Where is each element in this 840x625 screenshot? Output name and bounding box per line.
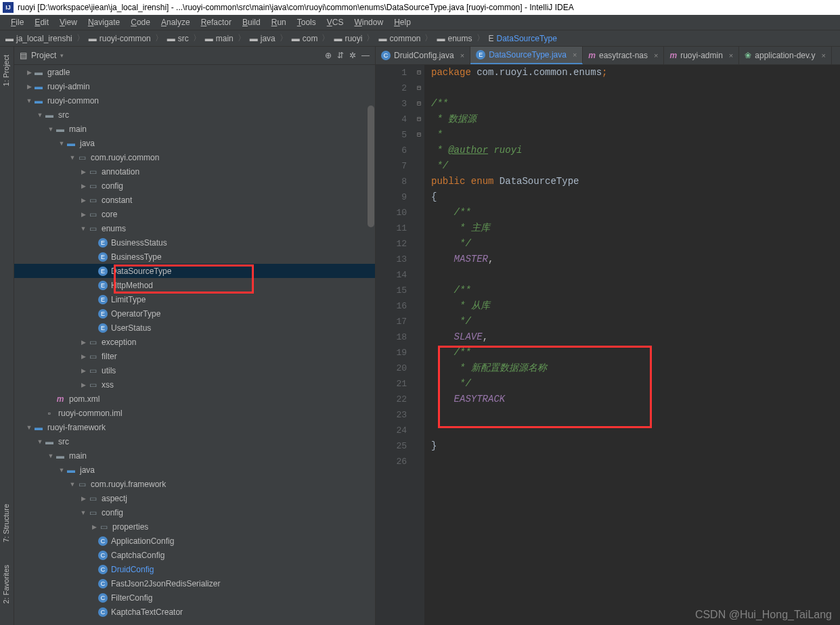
expand-arrow-icon[interactable]: ▶ [79,339,87,346]
expand-arrow-icon[interactable]: ▶ [90,524,98,530]
expand-arrow-icon[interactable]: ▶ [25,69,33,76]
breadcrumb-src[interactable]: ▬src [167,34,189,43]
tree-item-pom-xml[interactable]: mpom.xml [14,392,375,406]
tree-item-datasourcetype[interactable]: EDataSourceType [14,264,375,278]
tree-item-applicationconfig[interactable]: CApplicationConfig [14,534,375,548]
code-line-22[interactable]: EASYTRACK [431,392,840,407]
side-tab-favorites[interactable]: 2: Favorites [2,565,10,603]
close-tab-icon[interactable]: × [460,51,464,60]
project-title[interactable]: Project [31,51,56,60]
menu-view[interactable]: View [54,18,83,27]
tree-item-limittype[interactable]: ELimitType [14,292,375,306]
tree-item-userstatus[interactable]: EUserStatus [14,321,375,335]
breadcrumb-ruoyi[interactable]: ▬ruoyi [334,34,362,43]
dropdown-arrow-icon[interactable]: ▾ [60,52,64,59]
tree-item-filterconfig[interactable]: CFilterConfig [14,591,375,605]
tree-item-ruoyi-common[interactable]: ▼▬ruoyi-common [14,93,375,108]
code-line-10[interactable]: /** [431,205,840,221]
fold-marker[interactable]: ⊟ [414,65,424,80]
editor-tab-easytract-nas[interactable]: measytract-nas× [583,47,664,64]
code-line-14[interactable] [431,267,840,283]
expand-arrow-icon[interactable]: ▶ [79,381,87,388]
code-line-11[interactable]: * 主库 [431,221,840,236]
tree-item-aspectj[interactable]: ▶▭aspectj [14,491,375,505]
breadcrumb-java[interactable]: ▬java [250,34,275,43]
code-line-1[interactable]: package com.ruoyi.common.enums; [431,65,840,80]
code-line-23[interactable] [431,407,840,423]
tree-item-config[interactable]: ▼▭config [14,505,375,519]
expand-arrow-icon[interactable]: ▼ [58,467,66,473]
close-tab-icon[interactable]: × [573,51,577,59]
hide-icon[interactable]: — [361,51,370,60]
expand-arrow-icon[interactable]: ▼ [25,424,33,431]
breadcrumb-common[interactable]: ▬common [378,34,420,43]
breadcrumb-main[interactable]: ▬main [205,34,234,43]
tree-item-operatortype[interactable]: EOperatorType [14,306,375,321]
editor-body[interactable]: 1234567891011121314151617181920212223242… [376,65,840,625]
tree-item-annotation[interactable]: ▶▭annotation [14,164,375,179]
code-line-20[interactable]: * 新配置数据源名称 [431,361,840,376]
code-line-3[interactable]: /** [431,96,840,112]
side-tab-structure[interactable]: 7: Structure [2,504,10,542]
tree-item-xss[interactable]: ▶▭xss [14,377,375,392]
tree-item-exception[interactable]: ▶▭exception [14,335,375,349]
code-line-4[interactable]: * 数据源 [431,112,840,127]
close-tab-icon[interactable]: × [729,51,733,60]
tree-item-kaptchatextcreator[interactable]: CKaptchaTextCreator [14,605,375,619]
tree-item-ruoyi-admin[interactable]: ▶▬ruoyi-admin [14,79,375,93]
menu-help[interactable]: Help [389,18,416,27]
expand-arrow-icon[interactable]: ▶ [79,353,87,360]
code-line-15[interactable]: /** [431,283,840,298]
code-content[interactable]: package com.ruoyi.common.enums;/** * 数据源… [424,65,840,625]
menu-edit[interactable]: Edit [29,18,54,27]
tree-item-businessstatus[interactable]: EBusinessStatus [14,235,375,250]
expand-arrow-icon[interactable]: ▶ [79,211,87,218]
expand-arrow-icon[interactable]: ▼ [68,154,76,161]
code-line-19[interactable]: /** [431,345,840,361]
tree-item-src[interactable]: ▼▬src [14,434,375,448]
tree-item-captchaconfig[interactable]: CCaptchaConfig [14,548,375,562]
menu-refactor[interactable]: Refactor [196,18,237,27]
fold-column[interactable]: ⊟⊟⊟⊟⊟ [414,65,424,625]
locate-icon[interactable]: ⊕ [325,51,332,60]
collapse-all-icon[interactable]: ⇵ [337,51,344,60]
tree-item-constant[interactable]: ▶▭constant [14,193,375,207]
tree-item-filter[interactable]: ▶▭filter [14,349,375,363]
fold-marker[interactable]: ⊟ [414,96,424,112]
project-tree[interactable]: ▶▬gradle▶▬ruoyi-admin▼▬ruoyi-common▼▬src… [14,65,375,625]
code-line-12[interactable]: */ [431,236,840,252]
code-line-7[interactable]: */ [431,158,840,174]
tree-item-fastjson2jsonredisserializer[interactable]: CFastJson2JsonRedisSerializer [14,576,375,591]
expand-arrow-icon[interactable]: ▶ [25,83,33,90]
breadcrumb-enums[interactable]: ▬enums [437,34,472,43]
editor-tab-datasourcetype-java[interactable]: EDataSourceType.java× [470,47,583,64]
code-line-21[interactable]: */ [431,376,840,392]
breadcrumb-ruoyi-common[interactable]: ▬ruoyi-common [89,34,151,43]
expand-arrow-icon[interactable]: ▼ [25,97,33,104]
tree-item-druidconfig[interactable]: CDruidConfig [14,562,375,576]
breadcrumb-com[interactable]: ▬com [292,34,318,43]
tree-item-java[interactable]: ▼▬java [14,136,375,150]
code-line-17[interactable]: */ [431,314,840,329]
menu-code[interactable]: Code [125,18,156,27]
code-line-13[interactable]: MASTER, [431,252,840,267]
fold-marker[interactable]: ⊟ [414,112,424,127]
menu-file[interactable]: File [5,18,29,27]
code-line-25[interactable]: } [431,438,840,454]
menu-run[interactable]: Run [266,18,292,27]
code-line-16[interactable]: * 从库 [431,298,840,314]
editor-tab-ruoyi-admin[interactable]: mruoyi-admin× [664,47,739,64]
expand-arrow-icon[interactable]: ▼ [68,481,76,488]
side-tab-project[interactable]: 1: Project [2,55,10,86]
code-line-8[interactable]: public enum DataSourceType [431,174,840,189]
expand-arrow-icon[interactable]: ▼ [79,509,87,516]
fold-marker[interactable]: ⊟ [414,127,424,143]
tree-item-ruoyi-common-iml[interactable]: ▫ruoyi-common.iml [14,406,375,420]
expand-arrow-icon[interactable]: ▼ [79,225,87,232]
tree-item-com-ruoyi-framework[interactable]: ▼▭com.ruoyi.framework [14,477,375,491]
fold-marker[interactable]: ⊟ [414,80,424,96]
expand-arrow-icon[interactable]: ▶ [79,168,87,175]
tree-item-httpmethod[interactable]: EHttpMethod [14,278,375,292]
expand-arrow-icon[interactable]: ▼ [36,112,44,118]
breadcrumb-ja_local_irenshi[interactable]: ▬ja_local_irenshi [5,34,72,43]
